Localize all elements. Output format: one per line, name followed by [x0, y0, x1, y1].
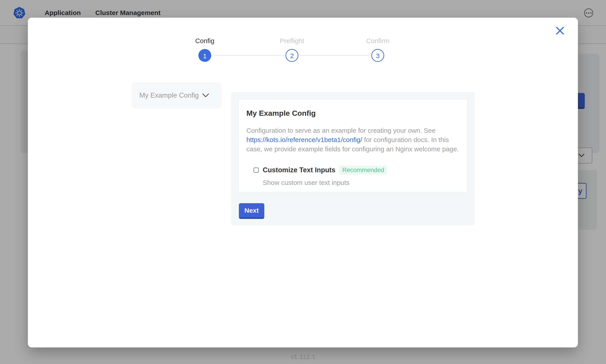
- step-label-confirm: Confirm: [349, 37, 407, 45]
- config-item-row: Customize Text Inputs Recommended: [253, 166, 460, 174]
- screen: Application Cluster Management 0 y v1.11…: [0, 0, 606, 364]
- chevron-down-icon: [202, 93, 209, 97]
- config-group-dropdown-label: My Example Config: [139, 91, 199, 99]
- customize-text-inputs-label[interactable]: Customize Text Inputs: [263, 166, 335, 174]
- step-label-preflight: Preflight: [263, 37, 321, 45]
- config-group-card: My Example Config Configuration to serve…: [239, 99, 467, 193]
- step-label-config: Config: [176, 37, 234, 45]
- description-text: Configuration to serve as an example for…: [246, 127, 436, 134]
- config-wizard-modal: Config 1 Preflight 2 Confirm 3 My Exampl…: [28, 18, 578, 347]
- config-group-title: My Example Config: [246, 108, 460, 118]
- step-confirm: Confirm 3: [349, 37, 407, 62]
- next-button[interactable]: Next: [239, 203, 264, 219]
- step-config: Config 1: [176, 37, 234, 62]
- step-circle-config: 1: [198, 49, 211, 62]
- config-item: Customize Text Inputs Recommended Show c…: [253, 166, 460, 186]
- config-group-dropdown[interactable]: My Example Config: [132, 82, 222, 108]
- config-panel: My Example Config Configuration to serve…: [231, 92, 475, 225]
- recommended-badge: Recommended: [339, 166, 387, 175]
- customize-text-inputs-checkbox[interactable]: [253, 168, 259, 173]
- step-circle-preflight: 2: [286, 49, 298, 62]
- step-preflight: Preflight 2: [263, 37, 321, 62]
- step-circle-confirm: 3: [371, 49, 384, 62]
- config-group-description: Configuration to serve as an example for…: [246, 126, 460, 154]
- config-docs-link[interactable]: https://kots.io/reference/v1beta1/config…: [246, 136, 362, 143]
- close-icon[interactable]: [555, 26, 565, 36]
- config-item-help-text: Show custom user text inputs: [263, 179, 460, 186]
